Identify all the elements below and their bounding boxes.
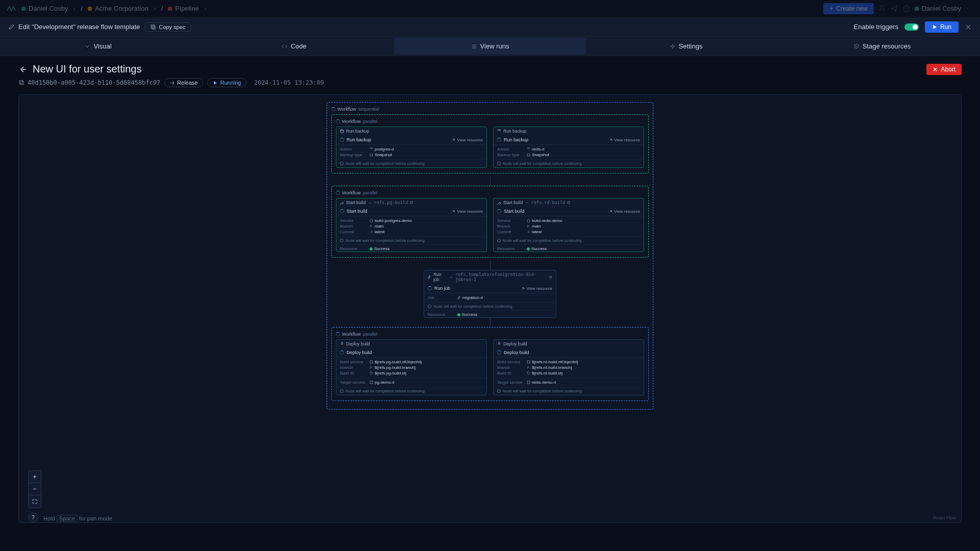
info-icon — [340, 389, 344, 393]
workflow-name: Workflow — [342, 332, 361, 337]
prop-key: Target service — [497, 380, 527, 385]
cube-icon — [370, 381, 373, 384]
spinner-icon — [336, 119, 340, 123]
commit-icon — [527, 230, 530, 234]
view-resource-link[interactable]: View resource — [609, 209, 640, 214]
breadcrumb-item-label: Daniel Cosby — [29, 5, 68, 12]
zoom-controls: + − — [28, 470, 41, 508]
breadcrumb-item-user[interactable]: Daniel Cosby ▾ — [21, 5, 76, 12]
view-resource-link[interactable]: View resource — [609, 138, 640, 142]
workflow-parallel-builds[interactable]: Workflowparallel Start build ↔ refs.pg-b… — [331, 186, 649, 258]
chevron-down-icon: ▾ — [966, 6, 969, 11]
release-badge-label: Release — [177, 80, 198, 86]
breadcrumb-separator: / — [161, 5, 163, 12]
breadcrumb-item-label: Acme Corporation — [95, 5, 149, 12]
chevron-down-icon: ▾ — [154, 6, 156, 11]
workflow-canvas[interactable]: Workflow sequential Workflow parallel Ru… — [18, 94, 962, 523]
svg-point-11 — [370, 148, 373, 149]
camera-icon — [527, 153, 530, 157]
svg-rect-8 — [19, 81, 22, 84]
wait-note: Node will wait for completion before con… — [336, 236, 486, 244]
node-start-build-postgres[interactable]: Start build ↔ refs.pg-build Start buildV… — [336, 198, 487, 252]
node-deploy-redis[interactable]: Deploy build Deploy build Build service$… — [493, 339, 644, 395]
info-icon — [340, 162, 344, 165]
close-icon[interactable] — [965, 23, 972, 31]
node-run-backup-postgres[interactable]: Run backup Run backup View resource Addo… — [336, 127, 487, 168]
svg-point-14 — [498, 130, 501, 131]
fit-view-button[interactable] — [29, 495, 41, 508]
node-ref: refs.rd-build — [531, 200, 566, 205]
svg-rect-21 — [568, 202, 570, 204]
enable-triggers-toggle[interactable] — [904, 23, 919, 31]
view-resource-link[interactable]: View resource — [452, 209, 483, 214]
node-deploy-pg[interactable]: Deploy build Deploy build Build service$… — [336, 339, 487, 395]
user-menu-label: Daniel Cosby — [922, 5, 961, 12]
database-icon — [497, 129, 501, 133]
wait-note-label: Node will wait for completion before con… — [346, 389, 425, 393]
prop-key: Addon — [340, 147, 370, 152]
prop-value: ${refs.rd-build.nfObjectId} — [532, 360, 578, 364]
copy-icon[interactable] — [549, 276, 552, 279]
workflow-parallel-backups[interactable]: Workflow parallel Run backup Run backup — [331, 114, 649, 173]
prop-key: Commit — [497, 230, 527, 234]
branch-icon — [527, 224, 530, 228]
tab-visual[interactable]: Visual — [2, 38, 194, 55]
workflow-name: Workflow — [342, 119, 361, 124]
tab-view-runs[interactable]: View runs — [394, 38, 586, 55]
copy-icon[interactable] — [410, 201, 413, 205]
copy-spec-button[interactable]: Copy spec — [145, 22, 191, 32]
node-ref: refs.templaterefsmigration-did-jobrun-1 — [455, 272, 547, 282]
run-id[interactable]: 40d150b0-a005-423d-b110-5d68458bfc97 — [18, 79, 160, 86]
svg-rect-16 — [527, 154, 530, 156]
svg-point-20 — [340, 239, 344, 242]
bell-icon[interactable] — [878, 5, 886, 13]
cube-icon — [370, 360, 373, 364]
external-link-icon — [609, 138, 612, 142]
tab-settings[interactable]: Settings — [590, 38, 782, 55]
view-resource-label: View resource — [614, 209, 640, 214]
workflow-parallel-deploys[interactable]: Workflowparallel Deploy build Deploy bui… — [331, 327, 649, 401]
copy-icon[interactable] — [567, 201, 571, 205]
abort-button[interactable]: Abort — [926, 64, 962, 75]
prop-key: Job — [428, 295, 457, 300]
node-title: Run backup — [347, 137, 449, 142]
zoom-in-button[interactable]: + — [29, 471, 41, 483]
node-run-backup-redis[interactable]: Run backup Run backup View resource Addo… — [493, 127, 644, 168]
external-link-icon — [521, 287, 525, 290]
breadcrumb-item-org[interactable]: Acme Corporation ▾ — [88, 5, 156, 12]
run-timestamp: 2024-11-05 13:23:09 — [254, 79, 324, 86]
svg-point-13 — [340, 162, 344, 165]
prop-key: Build service — [340, 360, 370, 364]
create-new-button[interactable]: + Create new — [823, 3, 873, 14]
node-stub-label: Deploy build — [346, 341, 370, 346]
back-arrow-icon[interactable] — [18, 65, 27, 73]
svg-point-7 — [672, 45, 674, 47]
workflow-sequential[interactable]: Workflow sequential Workflow parallel Ru… — [327, 102, 653, 410]
prop-value: ${refs.pg-build.branch} — [375, 365, 416, 370]
tab-stage-resources[interactable]: Stage resources — [786, 38, 978, 55]
node-stub-label: Run job — [433, 272, 447, 282]
send-icon[interactable] — [890, 5, 898, 13]
database-icon — [370, 147, 373, 151]
tab-code[interactable]: Code — [198, 38, 390, 55]
svg-rect-2 — [151, 25, 154, 28]
svg-rect-24 — [550, 276, 552, 278]
view-resource-link[interactable]: View resource — [521, 286, 552, 291]
run-button[interactable]: Run — [925, 21, 959, 33]
canvas-help-button[interactable]: ? — [28, 512, 38, 522]
help-icon[interactable]: ? — [902, 5, 911, 13]
breadcrumb-item-project[interactable]: Pipeline ▾ — [168, 5, 206, 12]
play-icon — [932, 24, 937, 30]
close-icon — [933, 67, 938, 72]
tag-icon — [370, 371, 373, 375]
view-resource-link[interactable]: View resource — [452, 138, 483, 142]
cube-icon — [527, 381, 530, 384]
database-icon — [340, 129, 344, 133]
node-run-job[interactable]: Run job ↔ refs.templaterefsmigration-did… — [424, 270, 556, 318]
node-start-build-redis[interactable]: Start build ↔ refs.rd-build Start buildV… — [493, 198, 644, 252]
prop-value: Snapshot — [532, 153, 549, 157]
node-title: Run backup — [504, 137, 606, 142]
zoom-out-button[interactable]: − — [29, 483, 41, 495]
prop-key: Target service — [340, 380, 370, 385]
user-menu[interactable]: Daniel Cosby ▾ — [915, 5, 969, 12]
